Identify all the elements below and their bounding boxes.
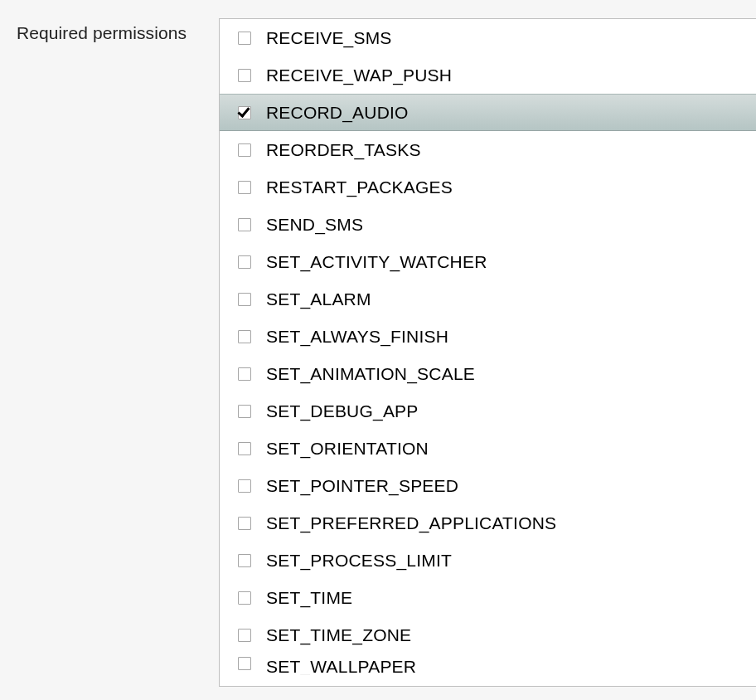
- permission-label: SET_WALLPAPER: [266, 657, 416, 675]
- permission-row[interactable]: SEND_SMS: [220, 206, 756, 243]
- permission-row[interactable]: RECORD_AUDIO: [220, 94, 756, 131]
- permission-label: SET_PREFERRED_APPLICATIONS: [266, 513, 556, 533]
- permission-checkbox[interactable]: [238, 629, 251, 642]
- permission-row[interactable]: SET_TIME: [220, 579, 756, 616]
- permission-label: SET_ACTIVITY_WATCHER: [266, 252, 487, 272]
- permission-row[interactable]: SET_ALWAYS_FINISH: [220, 318, 756, 355]
- permission-checkbox[interactable]: [238, 106, 251, 119]
- permission-label: SET_TIME: [266, 588, 352, 608]
- permission-label: RESTART_PACKAGES: [266, 177, 453, 197]
- permission-label: SET_DEBUG_APP: [266, 401, 419, 421]
- permission-label: SET_ORIENTATION: [266, 439, 429, 459]
- section-label-column: Required permissions: [17, 18, 219, 700]
- permission-checkbox[interactable]: [238, 591, 251, 605]
- permission-row[interactable]: SET_ALARM: [220, 280, 756, 318]
- permission-label: RECORD_AUDIO: [266, 103, 409, 123]
- permission-checkbox[interactable]: [238, 367, 251, 381]
- permission-row[interactable]: RECEIVE_SMS: [220, 19, 756, 56]
- permission-checkbox[interactable]: [238, 330, 251, 343]
- permission-label: SET_ALARM: [266, 289, 371, 309]
- permission-checkbox[interactable]: [238, 218, 251, 231]
- permission-label: SET_PROCESS_LIMIT: [266, 551, 452, 571]
- section-label: Required permissions: [17, 23, 187, 42]
- permission-label: SEND_SMS: [266, 215, 363, 235]
- permission-checkbox[interactable]: [238, 69, 251, 82]
- permission-checkbox[interactable]: [238, 293, 251, 306]
- permission-label: SET_POINTER_SPEED: [266, 476, 458, 496]
- permission-label: SET_ANIMATION_SCALE: [266, 364, 475, 384]
- permission-checkbox[interactable]: [238, 32, 251, 45]
- permissions-list: RECEIVE_SMSRECEIVE_WAP_PUSHRECORD_AUDIOR…: [220, 19, 756, 675]
- permission-row[interactable]: RESTART_PACKAGES: [220, 168, 756, 206]
- permission-row[interactable]: SET_PREFERRED_APPLICATIONS: [220, 504, 756, 542]
- permission-row[interactable]: SET_ORIENTATION: [220, 430, 756, 467]
- permission-row[interactable]: SET_TIME_ZONE: [220, 616, 756, 654]
- permission-row[interactable]: RECEIVE_WAP_PUSH: [220, 56, 756, 94]
- permission-checkbox[interactable]: [238, 657, 251, 670]
- permission-checkbox[interactable]: [238, 479, 251, 493]
- permission-checkbox[interactable]: [238, 442, 251, 455]
- permission-checkbox[interactable]: [238, 517, 251, 530]
- permissions-list-container[interactable]: RECEIVE_SMSRECEIVE_WAP_PUSHRECORD_AUDIOR…: [219, 18, 756, 687]
- permission-label: RECEIVE_SMS: [266, 28, 392, 48]
- permission-checkbox[interactable]: [238, 181, 251, 194]
- permission-checkbox[interactable]: [238, 405, 251, 418]
- permissions-panel: Required permissions RECEIVE_SMSRECEIVE_…: [0, 0, 756, 700]
- permission-row[interactable]: SET_ACTIVITY_WATCHER: [220, 243, 756, 280]
- permission-row[interactable]: SET_ANIMATION_SCALE: [220, 355, 756, 392]
- permission-label: REORDER_TASKS: [266, 140, 421, 160]
- permission-row[interactable]: REORDER_TASKS: [220, 131, 756, 168]
- permission-checkbox[interactable]: [238, 143, 251, 157]
- permission-label: RECEIVE_WAP_PUSH: [266, 66, 452, 85]
- permission-label: SET_ALWAYS_FINISH: [266, 327, 448, 347]
- permission-checkbox[interactable]: [238, 554, 251, 567]
- permission-row[interactable]: SET_WALLPAPER: [220, 654, 756, 675]
- permission-label: SET_TIME_ZONE: [266, 625, 411, 645]
- permission-row[interactable]: SET_DEBUG_APP: [220, 392, 756, 430]
- permission-checkbox[interactable]: [238, 255, 251, 269]
- permission-row[interactable]: SET_POINTER_SPEED: [220, 467, 756, 504]
- permission-row[interactable]: SET_PROCESS_LIMIT: [220, 542, 756, 579]
